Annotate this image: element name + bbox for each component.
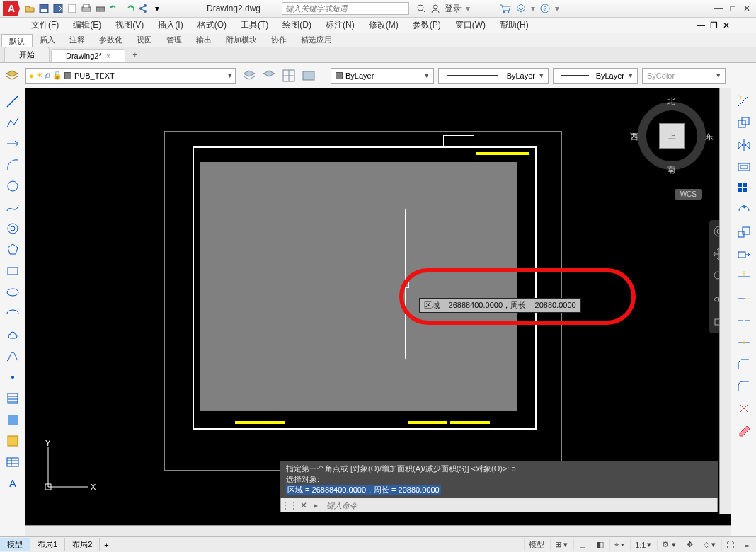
search-icon[interactable]: [416, 4, 426, 13]
hatch-tool[interactable]: [2, 389, 23, 408]
redo-icon[interactable]: [122, 1, 136, 16]
login-label[interactable]: 登录: [445, 3, 462, 15]
print-icon[interactable]: [93, 1, 108, 16]
table-tool[interactable]: [2, 452, 23, 472]
scrollbar-vertical[interactable]: [719, 88, 731, 514]
text-tool[interactable]: A: [2, 473, 23, 493]
save-icon[interactable]: [37, 1, 51, 16]
mod-copy-tool[interactable]: [733, 113, 755, 133]
ribbon-tab-addons[interactable]: 附加模块: [219, 33, 264, 47]
viewcube-n[interactable]: 北: [667, 96, 675, 108]
status-ortho-icon[interactable]: ◧: [592, 539, 608, 551]
mod-trim-tool[interactable]: [733, 267, 755, 287]
undo-icon[interactable]: [108, 1, 122, 16]
mod-join-tool[interactable]: [733, 333, 755, 352]
mdi-close[interactable]: ✕: [721, 21, 732, 30]
mod-chamfer-tool[interactable]: [733, 355, 755, 374]
open-icon[interactable]: [23, 1, 37, 16]
mod-erase-tool[interactable]: [733, 420, 755, 440]
mdi-minimize[interactable]: —: [695, 21, 706, 30]
close-button[interactable]: ✕: [740, 4, 753, 13]
status-grid-icon[interactable]: ⊞ ▾: [550, 539, 572, 551]
menu-insert[interactable]: 插入(I): [151, 18, 190, 33]
status-iso-icon[interactable]: ◇ ▾: [699, 539, 720, 551]
layer-prev-icon[interactable]: [299, 67, 318, 85]
layer-dropdown[interactable]: ● ☀ ⎙ 🔓 PUB_TEXT ▾: [25, 68, 236, 84]
spline2-tool[interactable]: [2, 346, 23, 366]
color-dropdown[interactable]: ByLayer▾: [331, 68, 434, 84]
region-tool[interactable]: [2, 431, 23, 451]
menu-draw[interactable]: 绘图(D): [275, 18, 319, 33]
circle-tool[interactable]: [2, 176, 23, 196]
cmd-recent-icon[interactable]: ▸_: [312, 500, 323, 511]
status-anno-icon[interactable]: ✥: [682, 539, 697, 551]
layout-tab-2[interactable]: 布局2: [65, 538, 100, 551]
ellipse-tool[interactable]: [2, 282, 23, 302]
ribbon-tab-output[interactable]: 输出: [189, 33, 219, 47]
viewcube-w[interactable]: 西: [630, 131, 638, 143]
menu-modify[interactable]: 修改(M): [362, 18, 406, 33]
maximize-button[interactable]: □: [726, 4, 739, 13]
mod-move-tool[interactable]: [733, 91, 755, 111]
point-tool[interactable]: [2, 367, 23, 387]
mod-extend-tool[interactable]: [733, 289, 755, 309]
ribbon-tab-collab[interactable]: 协作: [264, 33, 294, 47]
menu-window[interactable]: 窗口(W): [448, 18, 493, 33]
menu-help[interactable]: 帮助(H): [493, 18, 536, 33]
app-logo[interactable]: A: [3, 1, 20, 16]
layer-match-icon[interactable]: [280, 67, 298, 85]
layer-iso-icon[interactable]: [260, 67, 278, 85]
donut-tool[interactable]: [2, 219, 23, 238]
qat-more-icon[interactable]: ▾: [150, 1, 164, 16]
ribbon-tab-insert[interactable]: 插入: [33, 33, 62, 47]
mod-mirror-tool[interactable]: [733, 135, 755, 155]
mod-scale-tool[interactable]: [733, 223, 755, 243]
model-canvas[interactable]: 区域 = 26888400.0000，周长 = 20880.0000 X Y 上…: [25, 88, 731, 525]
doc-tab-start[interactable]: 开始: [4, 47, 50, 62]
polygon-tool[interactable]: [2, 240, 23, 260]
mod-offset-tool[interactable]: [733, 157, 755, 177]
command-input[interactable]: [326, 501, 714, 510]
lineweight-dropdown[interactable]: ByLayer▾: [553, 68, 638, 84]
menu-tools[interactable]: 工具(T): [234, 18, 275, 33]
line-tool[interactable]: [2, 91, 23, 111]
menu-view[interactable]: 视图(V): [108, 18, 151, 33]
cart-icon[interactable]: [500, 4, 511, 13]
user-icon[interactable]: [430, 4, 440, 13]
ribbon-tab-parametric[interactable]: 参数化: [92, 33, 130, 47]
status-scale[interactable]: 1:1 ▾: [630, 539, 655, 551]
scrollbar-horizontal[interactable]: [25, 525, 731, 536]
menu-param[interactable]: 参数(P): [406, 18, 448, 33]
menu-format[interactable]: 格式(O): [190, 18, 234, 33]
status-osnap-icon[interactable]: ⌖ ▾: [609, 539, 629, 551]
menu-dimension[interactable]: 标注(N): [319, 18, 362, 33]
pline-tool[interactable]: [2, 113, 23, 132]
layout-tab-1[interactable]: 布局1: [30, 538, 65, 551]
help-icon[interactable]: ?: [539, 3, 551, 14]
cmd-clear-icon[interactable]: ✕: [298, 500, 309, 511]
viewcube-e[interactable]: 东: [705, 131, 714, 143]
mod-explode-tool[interactable]: [733, 398, 755, 418]
gradient-tool[interactable]: [2, 410, 23, 430]
ray-tool[interactable]: [2, 134, 23, 154]
help-search-input[interactable]: [282, 2, 409, 15]
layout-tab-model[interactable]: 模型: [0, 538, 30, 551]
command-line[interactable]: ⋮⋮ ✕ ▸_: [280, 498, 718, 512]
status-gear-icon[interactable]: ⚙ ▾: [657, 539, 680, 551]
linetype-dropdown[interactable]: ByLayer▾: [438, 68, 549, 84]
status-custom-icon[interactable]: ≡: [740, 539, 753, 551]
status-max-icon[interactable]: ⛶: [721, 539, 738, 551]
wcs-badge[interactable]: WCS: [675, 189, 702, 200]
saveas-icon[interactable]: [51, 1, 65, 16]
new-icon[interactable]: [65, 1, 79, 16]
plotstyle-dropdown[interactable]: ByColor▾: [642, 68, 726, 84]
doc-tab-new[interactable]: +: [127, 48, 143, 62]
doc-tab-active[interactable]: Drawing2*×: [51, 49, 125, 62]
viewcube-s[interactable]: 南: [667, 164, 675, 176]
ribbon-tab-featured[interactable]: 精选应用: [294, 33, 339, 47]
menu-file[interactable]: 文件(F): [24, 18, 66, 33]
status-model[interactable]: 模型: [524, 538, 549, 551]
layout-tab-add[interactable]: +: [100, 539, 113, 551]
ribbon-tab-manage[interactable]: 管理: [159, 33, 189, 47]
ribbon-tab-annotate[interactable]: 注释: [62, 33, 92, 47]
